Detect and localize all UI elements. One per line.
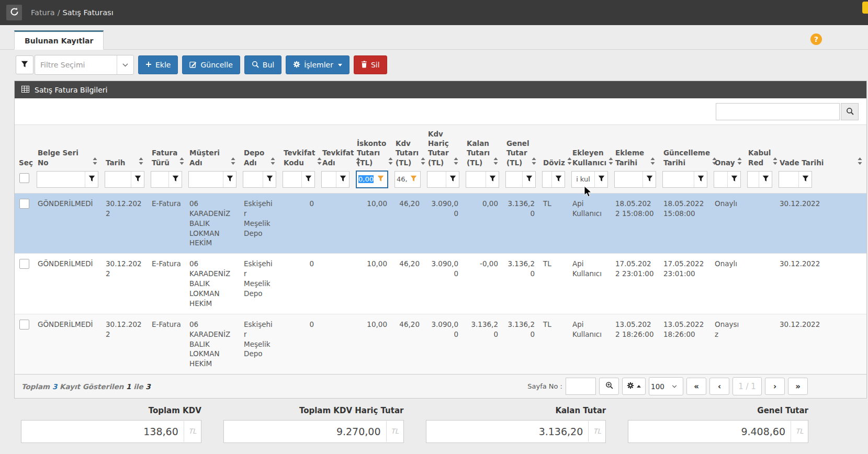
- column-header-belge_seri_no[interactable]: Belge Seri No: [33, 125, 102, 168]
- tab-found-records[interactable]: Bulunan Kayıtlar: [14, 30, 104, 50]
- filter-input-genel_tutar_tl[interactable]: [505, 171, 536, 188]
- filter-input-kdv_tutari_tl[interactable]: 46,: [394, 171, 421, 188]
- filter-input-belge_seri_no[interactable]: [37, 171, 98, 188]
- filter-preset-select[interactable]: Filtre Seçimi: [35, 55, 134, 75]
- first-page-button[interactable]: «: [686, 378, 706, 395]
- table-row[interactable]: GÖNDERİLMEDİ30.12.2022E-Fatura06 KARADEN…: [15, 193, 866, 253]
- filter-input-kalan_tutari_tl[interactable]: [466, 171, 499, 188]
- previous-page-button[interactable]: ‹: [709, 378, 729, 395]
- filter-funnel-button[interactable]: [727, 172, 740, 187]
- sort-icon[interactable]: [608, 157, 613, 167]
- column-header-kdv_haric_tutar_tl[interactable]: Kdv Hariç Tutar (TL): [424, 125, 463, 168]
- filter-funnel-button[interactable]: [223, 172, 236, 187]
- filter-funnel-button[interactable]: [168, 172, 182, 187]
- sort-icon[interactable]: [388, 157, 393, 167]
- filter-input-kabul_red[interactable]: [747, 171, 772, 188]
- filter-input-doviz[interactable]: [542, 171, 565, 188]
- filter-funnel-button[interactable]: [551, 172, 565, 187]
- table-search-input[interactable]: [716, 103, 840, 120]
- column-header-fatura_turu[interactable]: Fatura Türü: [148, 125, 185, 168]
- sort-icon[interactable]: [317, 157, 322, 167]
- column-header-kabul_red[interactable]: Kabul Red: [744, 125, 775, 168]
- filter-funnel-button[interactable]: [131, 172, 144, 187]
- table-settings-button[interactable]: [622, 378, 646, 395]
- next-page-button[interactable]: ›: [765, 378, 785, 395]
- column-header-tevkifat_kodu[interactable]: Tevkifat Kodu: [279, 125, 318, 168]
- filter-input-tevkifat_kodu[interactable]: [283, 171, 315, 188]
- sort-icon[interactable]: [773, 157, 777, 167]
- sort-icon[interactable]: [231, 157, 235, 167]
- filter-input-iskonto_tutari_tl[interactable]: 0,00: [356, 171, 388, 188]
- row-checkbox[interactable]: [19, 320, 29, 330]
- add-button[interactable]: Ekle: [138, 55, 178, 74]
- column-header-musteri_adi[interactable]: Müşteri Adı: [185, 125, 240, 168]
- row-checkbox[interactable]: [19, 199, 29, 209]
- column-header-iskonto_tutari_tl[interactable]: İskonto Tutarı (TL): [353, 125, 391, 168]
- filter-funnel-button[interactable]: [336, 172, 349, 187]
- filter-funnel-button[interactable]: [486, 172, 499, 187]
- row-checkbox[interactable]: [19, 259, 29, 269]
- sort-icon[interactable]: [454, 157, 458, 167]
- page-size-select[interactable]: 100: [649, 377, 683, 395]
- edge-widget[interactable]: [862, 2, 868, 14]
- table-row[interactable]: GÖNDERİLMEDİ30.12.2022E-Fatura06 KARADEN…: [15, 314, 866, 374]
- sort-icon[interactable]: [139, 157, 143, 167]
- filter-funnel-button[interactable]: [798, 172, 811, 187]
- filter-funnel-button[interactable]: [263, 172, 276, 187]
- header-checkbox[interactable]: [19, 173, 29, 183]
- filter-funnel-button[interactable]: [694, 172, 707, 187]
- delete-button[interactable]: Sil: [354, 55, 387, 74]
- filter-input-depo_adi[interactable]: [243, 171, 276, 188]
- column-header-doviz[interactable]: Döviz: [539, 125, 568, 168]
- sort-icon[interactable]: [858, 157, 862, 167]
- column-header-ekleme_tarihi[interactable]: Ekleme Tarihi: [611, 125, 659, 168]
- sort-icon[interactable]: [650, 157, 655, 167]
- column-header-guncelleme_tarihi[interactable]: Güncelleme Tarihi: [659, 125, 711, 168]
- table-row[interactable]: GÖNDERİLMEDİ30.12.2022E-Fatura06 KARADEN…: [15, 254, 866, 314]
- column-header-genel_tutar_tl[interactable]: Genel Tutar (TL): [502, 125, 539, 168]
- sort-icon[interactable]: [421, 157, 425, 167]
- column-header-depo_adi[interactable]: Depo Adı: [240, 125, 279, 168]
- filter-funnel-button[interactable]: [594, 172, 607, 187]
- filter-funnel-button[interactable]: [522, 172, 535, 187]
- last-page-button[interactable]: »: [788, 378, 808, 395]
- breadcrumb-parent[interactable]: Fatura: [31, 8, 55, 17]
- column-header-tevkifat_adi[interactable]: Tevkifat Adı: [318, 125, 353, 168]
- table-search-button[interactable]: [841, 103, 859, 120]
- filter-funnel-button[interactable]: [374, 172, 387, 187]
- operations-button[interactable]: İşlemler: [286, 55, 350, 74]
- refresh-button[interactable]: [6, 5, 22, 20]
- filter-funnel-button[interactable]: [642, 172, 656, 187]
- filter-input-kdv_haric_tutar_tl[interactable]: [427, 171, 459, 188]
- filter-funnel-button[interactable]: [759, 172, 772, 187]
- sort-icon[interactable]: [270, 157, 275, 167]
- sort-icon[interactable]: [737, 157, 742, 167]
- filter-funnel-button[interactable]: [85, 172, 98, 187]
- filter-input-fatura_turu[interactable]: [151, 171, 182, 188]
- filter-funnel-button[interactable]: [301, 172, 314, 187]
- sort-icon[interactable]: [493, 157, 498, 167]
- find-button[interactable]: Bul: [244, 55, 281, 74]
- filter-input-ekleme_tarihi[interactable]: [614, 171, 656, 188]
- sort-icon[interactable]: [93, 157, 97, 167]
- update-button[interactable]: Güncelle: [182, 55, 240, 74]
- sort-icon[interactable]: [567, 157, 572, 167]
- filter-input-ekleyen_kullanici[interactable]: i kul: [571, 171, 608, 188]
- filter-input-onay[interactable]: [714, 171, 741, 188]
- filter-input-musteri_adi[interactable]: [188, 171, 236, 188]
- filter-input-guncelleme_tarihi[interactable]: [662, 171, 707, 188]
- go-to-page-button[interactable]: [599, 378, 619, 395]
- page-number-input[interactable]: [566, 378, 596, 395]
- column-header-kalan_tutari_tl[interactable]: Kalan Tutarı (TL): [463, 125, 502, 168]
- filter-funnel-button[interactable]: [446, 172, 459, 187]
- filter-input-tarih[interactable]: [105, 171, 144, 188]
- sort-icon[interactable]: [532, 157, 536, 167]
- filter-funnel-button[interactable]: [407, 172, 420, 187]
- help-button[interactable]: ?: [810, 33, 822, 45]
- column-header-ekleyen_kullanici[interactable]: Ekleyen Kullanıcı: [568, 125, 611, 168]
- sort-icon[interactable]: [179, 157, 184, 167]
- filter-input-vade_tarihi[interactable]: [779, 171, 812, 188]
- column-header-kdv_tutari_tl[interactable]: Kdv Tutarı (TL): [391, 125, 424, 168]
- column-header-tarih[interactable]: Tarih: [102, 125, 148, 168]
- column-header-onay[interactable]: Onay: [711, 125, 744, 168]
